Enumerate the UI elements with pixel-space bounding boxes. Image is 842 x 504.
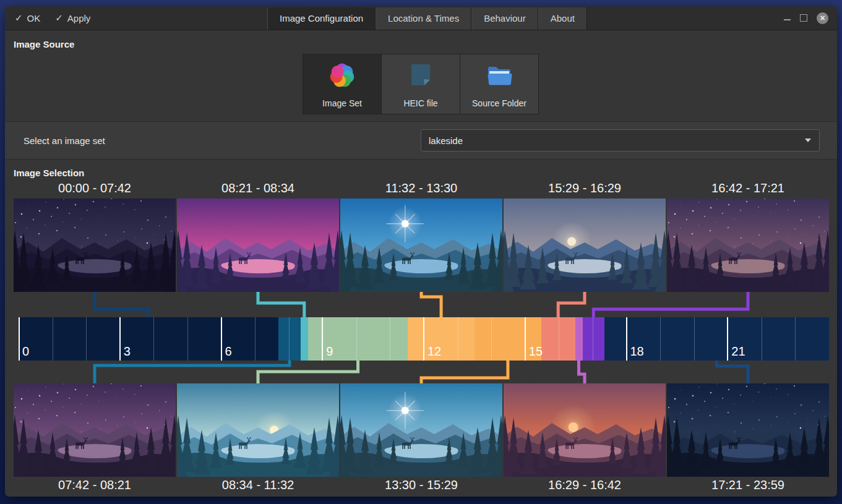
source-type-label: Image Set <box>322 98 362 108</box>
source-type-buttons: Image Set HEIC file Source Folder <box>303 54 539 114</box>
top-time-label: 00:00 - 07:42 <box>14 181 176 195</box>
bottom-image-thumbnail[interactable] <box>14 383 176 477</box>
three-hour-tick <box>727 317 728 361</box>
hour-tick <box>53 317 53 361</box>
titlebar-actions: ✓ OK ✓ Apply <box>15 6 90 30</box>
three-hour-tick <box>626 317 627 361</box>
tab-behaviour[interactable]: Behaviour <box>471 7 538 30</box>
timeline-segment-0821-0834[interactable] <box>301 317 308 361</box>
chevron-down-icon <box>805 139 811 142</box>
select-image-set-label: Select an image set <box>24 122 105 159</box>
connector-line-1132 <box>421 292 441 317</box>
timeline-segment-1529-1629[interactable] <box>541 317 575 361</box>
connector-line-1629 <box>579 361 585 383</box>
tab-bar: Image ConfigurationLocation & TimesBehav… <box>267 7 587 30</box>
minimize-icon[interactable] <box>784 19 791 20</box>
hour-label: 15 <box>529 344 543 359</box>
hour-tick <box>289 317 290 361</box>
top-image-thumbnail[interactable] <box>340 199 502 292</box>
three-hour-tick <box>221 317 222 361</box>
image-set-button[interactable]: Image Set <box>303 54 381 114</box>
connector-line-1529 <box>558 292 585 317</box>
close-icon[interactable]: × <box>817 12 828 24</box>
hour-tick <box>795 317 796 361</box>
top-image-thumbnail[interactable] <box>504 199 666 292</box>
top-time-label: 15:29 - 16:29 <box>504 181 666 195</box>
image-set-dropdown[interactable]: lakeside <box>421 129 820 152</box>
image-set-dropdown-value: lakeside <box>429 135 463 146</box>
top-image-thumbnail[interactable] <box>177 199 339 292</box>
tab-about[interactable]: About <box>538 7 587 30</box>
top-time-label: 16:42 - 17:21 <box>667 181 829 195</box>
hour-tick <box>559 317 559 361</box>
hour-label: 9 <box>326 344 333 359</box>
apply-button[interactable]: ✓ Apply <box>55 12 90 23</box>
connector-line-1642 <box>593 292 748 317</box>
hour-label: 18 <box>630 344 644 359</box>
connector-line-1330 <box>421 361 508 383</box>
hour-tick <box>255 317 256 361</box>
desktop-background: ✓ OK ✓ Apply Image ConfigurationLocation… <box>0 0 842 504</box>
timeline-bar[interactable]: 036912151821 <box>19 317 829 361</box>
three-hour-tick <box>423 317 424 361</box>
connector-line-0821 <box>258 292 304 317</box>
heic-file-icon <box>406 54 436 96</box>
check-icon: ✓ <box>15 12 23 23</box>
connector-line-0000 <box>95 292 148 317</box>
timeline-segment-1642-1721[interactable] <box>583 317 605 361</box>
bottom-time-label: 08:34 - 11:32 <box>177 478 339 492</box>
bottom-image-thumbnail[interactable] <box>667 383 829 477</box>
image-set-icon <box>327 54 357 96</box>
timeline-segment-0000-0742[interactable] <box>19 317 278 361</box>
bottom-time-label: 17:21 - 23:59 <box>667 478 829 492</box>
connector-line-0742 <box>95 361 290 383</box>
source-type-label: HEIC file <box>403 98 437 108</box>
ok-button[interactable]: ✓ OK <box>15 12 40 23</box>
bottom-image-thumbnail[interactable] <box>177 383 339 477</box>
three-hour-tick <box>322 317 323 361</box>
hour-tick <box>356 317 357 361</box>
top-image-thumbnail[interactable] <box>667 199 829 292</box>
source-folder-icon <box>484 54 514 96</box>
timeline-segment-1629-1642[interactable] <box>575 317 583 361</box>
top-image-thumbnail[interactable] <box>14 199 176 292</box>
hour-tick <box>762 317 762 361</box>
source-type-label: Source Folder <box>472 98 526 108</box>
ok-button-label: OK <box>27 13 41 23</box>
hour-label: 21 <box>731 344 745 359</box>
connector-line-0834 <box>258 361 358 383</box>
hour-tick <box>153 317 154 361</box>
hour-tick <box>593 317 593 361</box>
top-time-label: 11:32 - 13:30 <box>340 181 502 195</box>
three-hour-tick <box>119 317 121 361</box>
titlebar: ✓ OK ✓ Apply Image ConfigurationLocation… <box>5 6 837 30</box>
hour-tick <box>458 317 458 361</box>
hour-tick <box>187 317 188 361</box>
hour-label: 6 <box>225 344 232 359</box>
hour-tick <box>660 317 661 361</box>
apply-button-label: Apply <box>67 13 91 23</box>
hour-tick <box>491 317 492 361</box>
image-source-heading: Image Source <box>14 39 74 49</box>
heic-file-button[interactable]: HEIC file <box>382 54 460 114</box>
tab-image-configuration[interactable]: Image Configuration <box>267 7 376 30</box>
hour-tick <box>390 317 390 361</box>
hour-label: 0 <box>22 344 29 359</box>
hour-tick <box>694 317 695 361</box>
bottom-time-label: 13:30 - 15:29 <box>340 478 502 492</box>
hour-label: 12 <box>427 344 441 359</box>
three-hour-tick <box>19 317 20 361</box>
window-controls: × <box>784 6 828 30</box>
source-folder-button[interactable]: Source Folder <box>460 54 538 114</box>
maximize-icon[interactable] <box>800 14 807 22</box>
tab-location-times[interactable]: Location & Times <box>376 7 471 30</box>
app-window: ✓ OK ✓ Apply Image ConfigurationLocation… <box>5 6 837 497</box>
connector-line-1721 <box>717 361 749 383</box>
check-icon: ✓ <box>55 12 63 23</box>
timeline-segment-0742-0821[interactable] <box>278 317 301 361</box>
image-selection-heading: Image Selection <box>14 168 84 178</box>
bottom-image-thumbnail[interactable] <box>504 383 666 477</box>
top-time-label: 08:21 - 08:34 <box>177 181 339 195</box>
three-hour-tick <box>525 317 526 361</box>
bottom-image-thumbnail[interactable] <box>340 383 502 477</box>
